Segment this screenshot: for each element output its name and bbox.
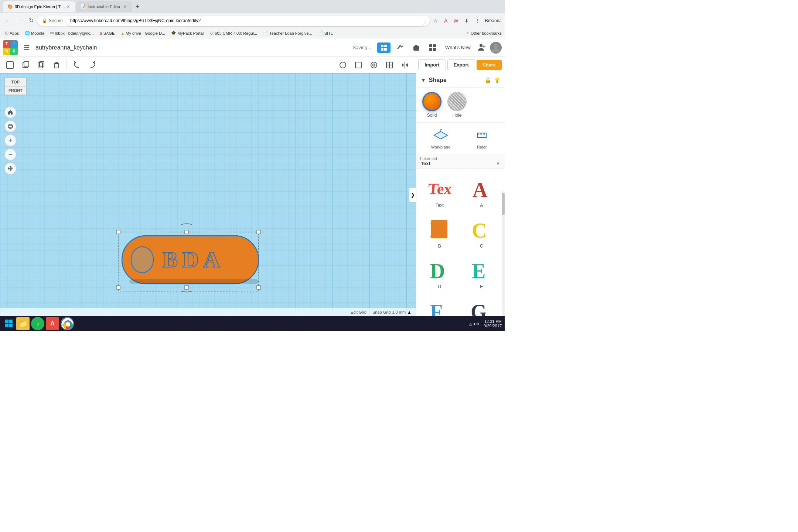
gdrive-label: My drive - Google D... xyxy=(126,31,165,35)
bookmark-gdrive[interactable]: ▲ My drive - Google D... xyxy=(118,30,167,36)
hole-option[interactable]: Hole xyxy=(447,92,467,118)
reload-button[interactable]: ↻ xyxy=(27,16,36,25)
forward-button[interactable]: → xyxy=(15,16,25,25)
zoom-in-button[interactable]: + xyxy=(4,134,16,146)
solid-circle xyxy=(422,92,441,111)
mirror-tool[interactable] xyxy=(398,59,412,71)
tab-favicon-tinkercad: 🎨 xyxy=(7,4,13,9)
hammer-view-button[interactable] xyxy=(393,42,407,53)
teacher-loan-label: Teacher Loan Forgive... xyxy=(269,31,312,35)
tab-title-instructable: Instructable Editor xyxy=(88,4,120,9)
undo-button[interactable] xyxy=(70,59,84,71)
shape-item-c[interactable]: C C xyxy=(461,212,502,252)
tab-close-tinkercad[interactable]: ✕ xyxy=(66,4,71,10)
svg-rect-42 xyxy=(129,279,259,284)
chrome-button[interactable] xyxy=(61,317,74,330)
hamburger-button[interactable]: ☰ xyxy=(21,42,33,53)
ruler-tool[interactable]: Ruler xyxy=(471,126,493,151)
bookmark-sage[interactable]: S SAGE xyxy=(97,30,117,36)
bookmark-inbox[interactable]: ✉ Inbox - bdautry@nc... xyxy=(48,30,96,36)
secure-label: Secure xyxy=(49,18,63,23)
back-button[interactable]: ← xyxy=(3,16,13,25)
shape-item-a[interactable]: A A xyxy=(461,172,502,211)
export-button[interactable]: Export xyxy=(447,59,475,70)
start-button[interactable] xyxy=(3,318,15,330)
bookmark-moodle[interactable]: 🌐 Moodle xyxy=(23,30,47,36)
spotify-button[interactable]: ♪ xyxy=(31,317,44,330)
duplicate-button[interactable] xyxy=(34,59,48,71)
tab-tinkercad[interactable]: 🎨 3D design Epic Kieran | T... ✕ xyxy=(3,1,75,12)
user-name: Breanna xyxy=(485,18,502,23)
edit-grid-button[interactable]: Edit Grid xyxy=(351,310,366,314)
view-cube-front[interactable]: FRONT xyxy=(4,86,27,95)
new-shape-button[interactable] xyxy=(3,59,17,71)
whats-new-button[interactable]: What's New xyxy=(442,43,474,52)
zoom-all-button[interactable] xyxy=(4,163,16,174)
solid-option[interactable]: Solid xyxy=(422,92,441,118)
scrollbar-thumb[interactable] xyxy=(502,193,505,215)
b-shape-label: B xyxy=(438,243,441,249)
workplane-label: Workplane xyxy=(431,145,450,149)
download-icon[interactable]: ⬇ xyxy=(462,16,471,25)
shape-item-e[interactable]: E E xyxy=(461,253,502,292)
svg-point-44 xyxy=(8,125,13,127)
grid-view-button[interactable] xyxy=(377,42,391,53)
tab-instructable[interactable]: 📝 Instructable Editor ✕ xyxy=(76,1,132,12)
pdf-icon[interactable]: A xyxy=(442,16,450,25)
shape-item-d[interactable]: D D xyxy=(419,253,460,292)
tinkercad-logo: T I N K xyxy=(3,40,18,55)
saving-status: Saving... xyxy=(352,45,371,50)
shape-item-f[interactable]: F F xyxy=(419,294,460,316)
address-input[interactable] xyxy=(66,16,425,26)
delete-button[interactable] xyxy=(50,59,64,71)
collapse-icon: ❯ xyxy=(411,192,415,198)
copy-button[interactable] xyxy=(18,59,33,71)
panel-collapse-arrow[interactable]: ❯ xyxy=(409,187,416,202)
shape-panel-expand[interactable]: ▼ xyxy=(421,77,426,83)
menu-icon[interactable]: ⋮ xyxy=(473,16,482,25)
gdrive-favicon: ▲ xyxy=(120,31,125,35)
snap-increase-button[interactable]: ▲ xyxy=(407,310,412,315)
view-cube-top[interactable]: TOP xyxy=(4,78,27,86)
new-tab-button[interactable]: + xyxy=(133,1,143,12)
bookmark-icon[interactable]: ☆ xyxy=(431,16,440,25)
user-avatar[interactable] xyxy=(490,42,502,54)
briefcase-view-button[interactable] xyxy=(410,42,423,53)
bookmark-sttl[interactable]: 📄 StTL xyxy=(316,30,335,36)
other-bookmarks[interactable]: ★ Other bookmarks xyxy=(466,31,502,35)
tab-close-instructable[interactable]: ✕ xyxy=(123,4,127,10)
file-explorer-button[interactable]: 📁 xyxy=(16,317,30,330)
zoom-out-button[interactable]: − xyxy=(4,149,16,160)
home-view-button[interactable] xyxy=(4,106,16,118)
add-user-button[interactable] xyxy=(477,42,487,54)
shape-target-tool[interactable] xyxy=(367,59,381,71)
bookmark-mypack[interactable]: 🎓 MyPack Portal xyxy=(169,30,206,36)
import-button[interactable]: Import xyxy=(418,59,446,70)
share-button[interactable]: Share xyxy=(477,60,502,70)
office-icon[interactable]: W xyxy=(451,16,460,25)
shape-item-text[interactable]: Text Text xyxy=(419,172,460,211)
svg-rect-33 xyxy=(116,286,120,289)
workplane-tool[interactable]: Workplane xyxy=(428,126,453,151)
shape-light-button[interactable]: 💡 xyxy=(494,77,500,83)
shape-item-b[interactable]: B B xyxy=(419,212,460,252)
redo-button[interactable] xyxy=(85,59,99,71)
secure-icon: 🔒 xyxy=(42,18,47,23)
shape-lock-button[interactable]: 🔒 xyxy=(485,77,491,83)
shape-panel-scrollbar[interactable] xyxy=(502,191,505,316)
shape-square-tool[interactable] xyxy=(351,59,365,71)
orbit-button[interactable] xyxy=(4,120,16,132)
shape-category-dropdown[interactable]: Text ▼ xyxy=(419,161,502,166)
shape-grid: Text Text A A xyxy=(416,169,505,316)
svg-rect-4 xyxy=(413,46,419,51)
c-shape-preview: C xyxy=(468,215,495,242)
adobe-button[interactable]: A xyxy=(46,317,59,330)
bookmark-cmr[interactable]: 🛡 603 CMR 7.00: Regul... xyxy=(207,30,259,36)
group-view-button[interactable] xyxy=(426,42,439,53)
bookmark-apps[interactable]: ⊞ Apps xyxy=(3,30,21,36)
shape-grid-tool[interactable] xyxy=(382,59,396,71)
shape-circle-tool[interactable] xyxy=(336,59,350,71)
bookmark-teacher-loan[interactable]: 📄 Teacher Loan Forgive... xyxy=(261,30,314,36)
shape-item-g[interactable]: G G xyxy=(461,294,502,316)
a-shape-label: A xyxy=(480,203,483,208)
